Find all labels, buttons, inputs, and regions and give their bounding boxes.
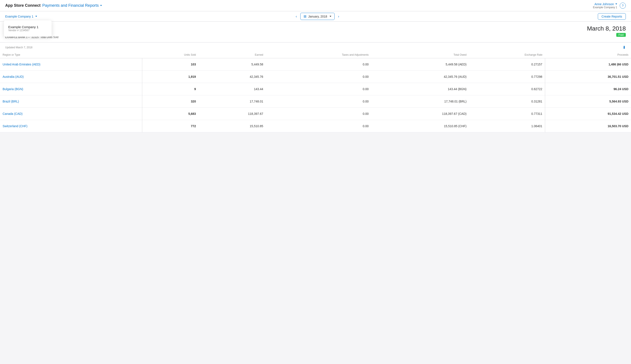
section-title[interactable]: Payments and Financial Reports <box>42 3 102 8</box>
next-date-button[interactable]: › <box>336 14 341 19</box>
cell-units: 320 <box>142 95 199 108</box>
cell-earned: 15,510.85 <box>198 120 266 132</box>
cell-units: 1,919 <box>142 71 199 83</box>
summary-bar: ,525 EXAMPLE BANK 1 – 32325 Total Units … <box>0 22 631 42</box>
updated-row: Updated March 7, 2018 ⬇ <box>0 42 631 52</box>
user-chevron-icon <box>615 4 617 4</box>
cell-taxes: 0.00 <box>266 58 371 71</box>
cell-proceeds: 1,486 |66 USD <box>545 58 631 71</box>
company-selector[interactable]: Example Company 1 <box>5 15 37 18</box>
summary-date: March 8, 2018 <box>587 25 626 32</box>
region-link[interactable]: United Arab Emirates (AED) <box>3 62 40 66</box>
cell-earned: 17,748.01 <box>198 95 266 108</box>
cell-region: Canada (CAD) <box>0 108 142 120</box>
region-link[interactable]: Brazil (BRL) <box>3 100 19 103</box>
region-link[interactable]: Australia (AUD) <box>3 75 24 78</box>
date-picker-button[interactable]: ⊞ January, 2018 <box>300 13 335 20</box>
cell-exchange-rate: 0.31281 <box>469 95 545 108</box>
col-header-proceeds: Proceeds <box>545 52 631 58</box>
cell-earned: 5,449.58 <box>198 58 266 71</box>
prev-date-button[interactable]: ‹ <box>294 14 298 19</box>
cell-taxes: 0.00 <box>266 71 371 83</box>
col-header-total-owed: Total Owed <box>371 52 469 58</box>
cell-proceeds: 5,564.93 USD <box>545 95 631 108</box>
section-chevron-icon <box>100 5 102 6</box>
cell-region: United Arab Emirates (AED) <box>0 58 142 71</box>
col-header-earned: Earned <box>198 52 266 58</box>
summary-right: March 8, 2018 Paid <box>587 25 626 37</box>
cell-proceeds: 16,503.70 USD <box>545 120 631 132</box>
cell-exchange-rate: 0.27157 <box>469 58 545 71</box>
cell-region: Brazil (BRL) <box>0 95 142 108</box>
help-button[interactable]: ? <box>620 2 626 9</box>
updated-label: Updated March 7, 2018 <box>5 46 32 49</box>
dropdown-vendor: Vendor # 1234567 <box>8 29 47 32</box>
col-header-units: Units Sold <box>142 52 199 58</box>
financial-table: Region or Type Units Sold Earned Taxes a… <box>0 52 631 132</box>
cell-units: 103 <box>142 58 199 71</box>
company-dropdown: Example Company 1 Vendor # 1234567 <box>4 20 52 36</box>
user-name[interactable]: Anne Johnson <box>593 2 617 6</box>
nav-right: Anne Johnson Example Company 1 ? <box>593 2 626 9</box>
user-company: Example Company 1 <box>593 6 617 9</box>
col-header-region: Region or Type <box>0 52 142 58</box>
app-title: App Store Connect <box>5 3 41 8</box>
col-header-exchange-rate: Exchange Rate <box>469 52 545 58</box>
table-row: Australia (AUD) 1,919 42,345.76 0.00 42,… <box>0 71 631 83</box>
table-row: Canada (CAD) 5,683 118,397.67 0.00 118,3… <box>0 108 631 120</box>
col-header-taxes: Taxes and Adjustments <box>266 52 371 58</box>
download-icon[interactable]: ⬇ <box>622 45 626 50</box>
cell-total-owed: 5,449.58 (AED) <box>371 58 469 71</box>
table-row: United Arab Emirates (AED) 103 5,449.58 … <box>0 58 631 71</box>
region-link[interactable]: Switzerland (CHF) <box>3 124 27 128</box>
sub-navigation: Example Company 1 Example Company 1 Vend… <box>0 11 631 22</box>
table-header-row: Region or Type Units Sold Earned Taxes a… <box>0 52 631 58</box>
cell-exchange-rate: 0.62722 <box>469 83 545 95</box>
cell-taxes: 0.00 <box>266 83 371 95</box>
region-link[interactable]: Bulgaria (BGN) <box>3 87 23 91</box>
cell-earned: 143.44 <box>198 83 266 95</box>
date-chevron-icon <box>330 16 331 17</box>
main-content: Updated March 7, 2018 ⬇ Region or Type U… <box>0 42 631 132</box>
cell-exchange-rate: 1.06401 <box>469 120 545 132</box>
table-row: Bulgaria (BGN) 9 143.44 0.00 143.44 (BGN… <box>0 83 631 95</box>
dropdown-item[interactable]: Example Company 1 Vendor # 1234567 <box>4 23 52 34</box>
cell-total-owed: 15,510.85 (CHF) <box>371 120 469 132</box>
dropdown-company-name: Example Company 1 <box>8 25 47 29</box>
cell-total-owed: 17,748.01 (BRL) <box>371 95 469 108</box>
cell-taxes: 0.00 <box>266 108 371 120</box>
date-navigation: ‹ ⊞ January, 2018 › <box>294 13 341 20</box>
cell-region: Australia (AUD) <box>0 71 142 83</box>
table-row: Switzerland (CHF) 772 15,510.85 0.00 15,… <box>0 120 631 132</box>
cell-earned: 42,345.76 <box>198 71 266 83</box>
cell-region: Bulgaria (BGN) <box>0 83 142 95</box>
company-chevron-icon <box>35 16 37 17</box>
cell-proceeds: 91,534.42 USD <box>545 108 631 120</box>
create-reports-button[interactable]: Create Reports <box>598 13 626 20</box>
cell-earned: 118,397.67 <box>198 108 266 120</box>
cell-taxes: 0.00 <box>266 120 371 132</box>
cell-total-owed: 42,345.76 (AUD) <box>371 71 469 83</box>
user-info: Anne Johnson Example Company 1 <box>593 2 617 9</box>
cell-total-owed: 143.44 (BGN) <box>371 83 469 95</box>
cell-taxes: 0.00 <box>266 95 371 108</box>
paid-badge: Paid <box>616 33 626 37</box>
cell-proceeds: 36,701.51 USD <box>545 71 631 83</box>
cell-units: 772 <box>142 120 199 132</box>
cell-proceeds: 96.24 USD <box>545 83 631 95</box>
cell-region: Switzerland (CHF) <box>0 120 142 132</box>
calendar-icon: ⊞ <box>303 14 306 18</box>
top-navigation: App Store Connect Payments and Financial… <box>0 0 631 11</box>
cell-units: 5,683 <box>142 108 199 120</box>
cell-exchange-rate: 0.77311 <box>469 108 545 120</box>
nav-left: App Store Connect Payments and Financial… <box>5 3 102 8</box>
table-row: Brazil (BRL) 320 17,748.01 0.00 17,748.0… <box>0 95 631 108</box>
cell-units: 9 <box>142 83 199 95</box>
cell-total-owed: 118,397.67 (CAD) <box>371 108 469 120</box>
region-link[interactable]: Canada (CAD) <box>3 112 23 116</box>
cell-exchange-rate: 0.77298 <box>469 71 545 83</box>
